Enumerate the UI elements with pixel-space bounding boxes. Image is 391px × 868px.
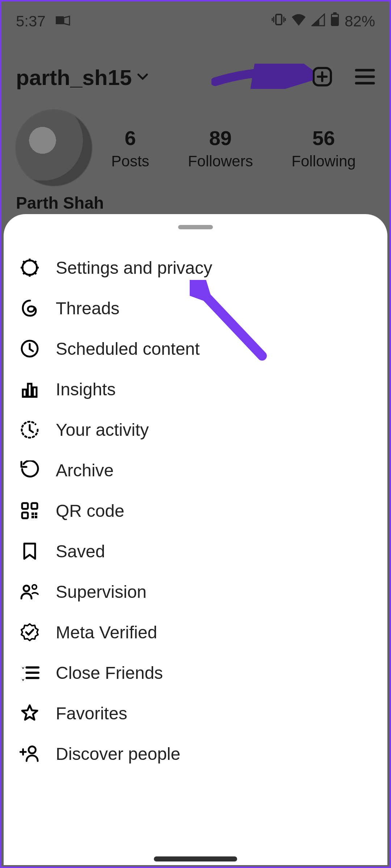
menu-label: Close Friends	[56, 663, 163, 683]
add-person-icon	[20, 744, 40, 764]
archive-icon	[20, 460, 40, 480]
menu-item-scheduled-content[interactable]: Scheduled content	[4, 328, 387, 369]
svg-rect-19	[22, 503, 28, 509]
menu-list: Settings and privacy Threads Scheduled c…	[4, 247, 387, 774]
menu-label: Your activity	[56, 420, 149, 440]
verified-badge-icon	[20, 622, 40, 642]
svg-point-26	[24, 586, 29, 591]
svg-rect-25	[35, 512, 37, 515]
supervision-icon	[20, 582, 40, 602]
menu-label: Scheduled content	[56, 339, 200, 359]
svg-rect-22	[31, 512, 34, 515]
menu-bottom-sheet: Settings and privacy Threads Scheduled c…	[4, 214, 387, 865]
menu-item-qr-code[interactable]: QR code	[4, 490, 387, 531]
svg-rect-20	[31, 503, 37, 509]
bookmark-icon	[20, 541, 40, 561]
star-icon	[20, 703, 40, 723]
menu-label: Discover people	[56, 744, 180, 764]
menu-item-favorites[interactable]: Favorites	[4, 693, 387, 733]
menu-label: Meta Verified	[56, 622, 157, 642]
menu-label: Threads	[56, 298, 119, 318]
svg-rect-21	[22, 512, 28, 518]
menu-item-saved[interactable]: Saved	[4, 531, 387, 571]
svg-point-28	[29, 746, 35, 753]
activity-icon	[20, 420, 40, 440]
menu-label: Supervision	[56, 582, 147, 602]
menu-label: Archive	[56, 460, 114, 480]
gear-icon	[20, 258, 40, 278]
menu-item-meta-verified[interactable]: Meta Verified	[4, 612, 387, 652]
qr-code-icon	[20, 501, 40, 521]
menu-item-insights[interactable]: Insights	[4, 369, 387, 409]
menu-item-your-activity[interactable]: Your activity	[4, 409, 387, 450]
menu-label: Insights	[56, 379, 115, 399]
home-indicator[interactable]	[154, 856, 237, 861]
menu-label: QR code	[56, 501, 124, 521]
menu-label: Saved	[56, 541, 105, 561]
sheet-grabber[interactable]	[178, 225, 213, 229]
menu-item-discover-people[interactable]: Discover people	[4, 733, 387, 774]
svg-rect-23	[35, 516, 37, 518]
menu-item-supervision[interactable]: Supervision	[4, 571, 387, 612]
menu-item-settings-and-privacy[interactable]: Settings and privacy	[4, 247, 387, 288]
clock-icon	[20, 339, 40, 359]
svg-rect-16	[23, 390, 26, 397]
menu-item-threads[interactable]: Threads	[4, 288, 387, 328]
svg-point-27	[32, 585, 37, 589]
threads-icon	[20, 298, 40, 318]
close-friends-icon	[20, 663, 40, 683]
svg-rect-18	[33, 387, 37, 397]
menu-item-close-friends[interactable]: Close Friends	[4, 652, 387, 693]
menu-label: Settings and privacy	[56, 258, 212, 278]
menu-item-archive[interactable]: Archive	[4, 450, 387, 490]
svg-rect-17	[28, 384, 31, 397]
svg-rect-24	[31, 516, 34, 518]
menu-label: Favorites	[56, 703, 127, 723]
bar-chart-icon	[20, 379, 40, 399]
